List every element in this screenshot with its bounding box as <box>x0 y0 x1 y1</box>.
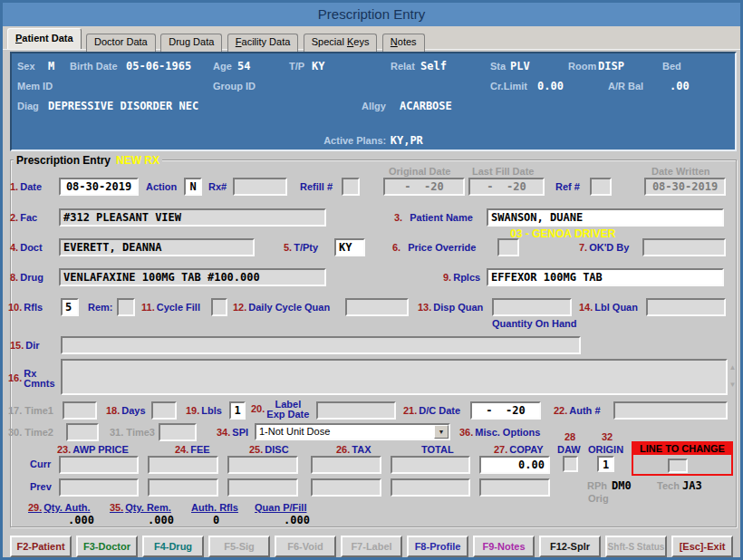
sta-value: PLV <box>510 60 530 72</box>
curr-copay-field[interactable]: 0.00 <box>479 456 550 474</box>
disp-quan-field[interactable] <box>492 298 572 316</box>
rplcs-field[interactable]: EFFEXOR 100MG TAB <box>487 268 724 286</box>
f3-doctor-button[interactable]: F3-Doctor <box>76 536 138 557</box>
qty-auth-link[interactable]: 29.Qty. Auth. <box>28 502 91 513</box>
prev-total-field <box>391 478 470 497</box>
lbls-field[interactable]: 1 <box>229 401 246 420</box>
ref-number-field[interactable] <box>590 178 612 196</box>
tax-header: 26.TAX <box>336 444 371 455</box>
f12-splr-button[interactable]: F12-Splr <box>539 536 601 557</box>
daily-cycle-quan-field[interactable] <box>345 298 409 316</box>
orig-label: Orig <box>588 493 609 504</box>
ref-number-label: Ref # <box>555 181 580 192</box>
drug-field[interactable]: VENLAFAXINE 100MG TAB #100.000 <box>59 268 326 286</box>
origin-header: ORIGIN <box>588 444 623 455</box>
new-rx-badge: NEW RX <box>113 154 162 167</box>
price-override-label: 6.Price Override <box>392 242 476 253</box>
refill-field[interactable] <box>342 178 360 196</box>
sex-value: M <box>48 60 54 72</box>
okd-by-field[interactable] <box>642 238 726 256</box>
curr-tax-field[interactable] <box>311 456 381 474</box>
cmnts-scroll-up-icon[interactable]: ▲ <box>727 362 738 373</box>
curr-label: Curr <box>30 459 51 469</box>
bed-label: Bed <box>662 61 681 72</box>
relat-value: Self <box>420 60 447 72</box>
date-field[interactable]: 08-30-2019 <box>59 178 139 196</box>
f9-notes-button[interactable]: F9-Notes <box>473 536 535 557</box>
label-exp-date-label: 20.LabelExp Date <box>251 400 309 420</box>
active-plans-label: Active Plans: <box>323 135 386 146</box>
groupbox-title: Prescription Entry <box>14 154 113 167</box>
line-to-change-box: LINE TO CHANGE <box>632 441 733 476</box>
curr-fee-field[interactable] <box>148 456 218 474</box>
doct-field[interactable]: EVERETT, DEANNA <box>59 238 255 256</box>
dc-date-field[interactable]: - -20 <box>470 401 541 420</box>
lbl-quan-field[interactable] <box>646 298 726 316</box>
label-exp-date-field[interactable] <box>316 401 396 420</box>
spi-combobox[interactable]: 1-Not Unit Dose▼ <box>255 423 450 440</box>
price-override-field[interactable] <box>497 238 519 256</box>
tab-strip: Patient Data Doctor Data Drug Data Facil… <box>3 26 740 50</box>
lbl-quan-label: 14.Lbl Quan <box>579 302 638 313</box>
curr-disc-field[interactable] <box>227 456 298 474</box>
rem-label: Rem: <box>88 302 113 313</box>
diag-value: DEPRESSIVE DISORDER NEC <box>48 100 198 112</box>
prev-awp-field <box>59 478 139 497</box>
tab-facility-data[interactable]: Facility Data <box>227 34 299 52</box>
prev-copay-field <box>479 478 550 497</box>
tab-special-keys[interactable]: Special Keys <box>304 34 378 52</box>
date-written-label: Date Written <box>651 166 710 177</box>
f2-patient-button[interactable]: F2-Patient <box>10 536 72 557</box>
prev-disc-field <box>227 478 298 497</box>
fac-field[interactable]: #312 PLEASANT VIEW <box>59 208 326 227</box>
date-written-field: 08-30-2019 <box>644 178 726 196</box>
f8-profile-button[interactable]: F8-Profile <box>407 536 468 557</box>
patient-name-field[interactable]: SWANSON, DUANE <box>487 208 724 227</box>
tab-doctor-data[interactable]: Doctor Data <box>86 34 156 52</box>
dir-label: 15.Dir <box>10 340 40 351</box>
auth-number-field[interactable] <box>613 401 728 420</box>
spi-dropdown-arrow-icon[interactable]: ▼ <box>434 425 449 439</box>
quan-pfill-link[interactable]: Quan P/Fill <box>255 502 306 513</box>
patient-name-label: 3.Patient Name <box>394 212 473 223</box>
rfls-field[interactable]: 5 <box>61 298 79 316</box>
tpty-field[interactable]: KY <box>334 238 365 256</box>
tab-notes[interactable]: Notes <box>382 34 425 52</box>
line-to-change-label: LINE TO CHANGE <box>633 443 731 455</box>
action-field[interactable]: N <box>184 178 202 196</box>
refill-label: Refill # <box>300 181 333 192</box>
f7-label-button: F7-Label <box>341 536 402 557</box>
auth-rfls-link[interactable]: Auth. Rfls <box>191 502 238 513</box>
f4-drug-button[interactable]: F4-Drug <box>142 536 204 557</box>
dir-field[interactable] <box>61 336 581 354</box>
qty-auth-value: .000 <box>68 514 94 526</box>
quantity-on-hand-label: Quantity On Hand <box>492 318 577 329</box>
esc-exit-button[interactable]: [Esc]-Exit <box>671 536 733 557</box>
f6-void-button: F6-Void <box>275 536 336 557</box>
group-id-label: Group ID <box>213 81 256 92</box>
genoa-driver-note: 03 - GENOA DRIVER <box>510 227 615 240</box>
origin-field[interactable]: 1 <box>597 456 614 472</box>
doct-label: 4.Doct <box>10 242 43 253</box>
time2-label: 30. Time2 <box>8 427 53 438</box>
cmnts-scroll-down-icon[interactable]: ▼ <box>727 379 738 391</box>
rx-cmnts-field[interactable] <box>61 359 728 395</box>
shft-s-status-button: Shft-S Status <box>605 536 667 557</box>
tab-patient-data[interactable]: Patient Data <box>7 28 82 49</box>
daily-cycle-quan-label: 12.Daily Cycle Quan <box>233 302 330 313</box>
rem-field[interactable] <box>117 298 135 316</box>
daw-field[interactable] <box>563 456 578 472</box>
cycle-fill-field[interactable] <box>211 298 227 316</box>
days-field[interactable] <box>151 401 177 420</box>
rx-cmnts-label: 16.RxCmnts <box>8 369 55 389</box>
rph-value: DM0 <box>612 479 632 492</box>
misc-options-label: 36.Misc. Options <box>459 427 540 438</box>
line-to-change-field[interactable] <box>668 459 688 473</box>
tpty-label: 5.T/Pty <box>284 242 318 253</box>
active-plans-value: KY,PR <box>391 134 423 147</box>
qty-rem-link[interactable]: 35.Qty. Rem. <box>110 502 171 513</box>
sta-label: Sta <box>490 61 506 72</box>
rx-number-field[interactable] <box>233 178 287 196</box>
curr-awp-field[interactable] <box>59 456 139 474</box>
tab-drug-data[interactable]: Drug Data <box>160 34 222 52</box>
